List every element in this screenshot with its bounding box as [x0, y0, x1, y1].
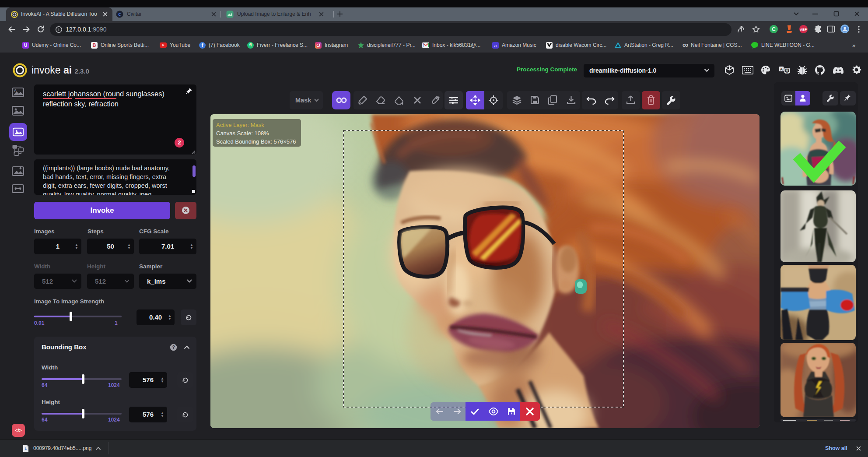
svg-text:C: C — [118, 12, 121, 17]
svg-text:ABP: ABP — [800, 28, 807, 32]
svg-text:文: 文 — [785, 69, 789, 73]
svg-text:C: C — [772, 26, 776, 32]
svg-text:?: ? — [172, 345, 175, 350]
svg-text:A: A — [780, 67, 783, 71]
